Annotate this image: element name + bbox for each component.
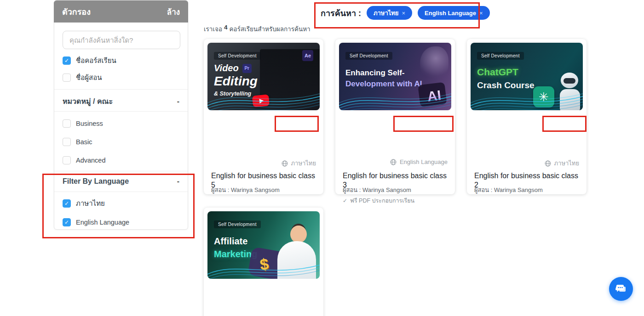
language-badge: ภาษาไทย [545,158,579,168]
checkbox-label: ภาษาไทย [76,198,105,209]
checkbox-label: Advanced [76,157,106,164]
checkbox-english-language[interactable]: English Language [63,218,129,227]
chat-icon [615,283,627,295]
globe-icon [390,159,397,165]
course-instructor: ผู้สอน : Warinya Sangsom [474,185,543,195]
divider [54,89,188,90]
search-chip-thai[interactable]: ภาษาไทย × [367,6,412,20]
thumb-title-line1: ChatGPT [477,67,518,78]
chip-label: English Language [425,10,476,17]
checkbox-label: ชื่อผู้สอน [76,72,102,83]
active-search-bar: การค้นหา : ภาษาไทย × English Language × [321,6,490,20]
course-card[interactable]: Self Development Enhancing Self- Develop… [335,39,455,194]
section-filter-by-language: Filter By Language - [54,177,188,186]
category-tag: Self Development [345,52,392,60]
course-card[interactable]: Self Development Affiliate Marketing $ E… [204,208,323,316]
course-card[interactable]: Self Development ChatGPT Crash Course ภา… [467,39,586,194]
checkbox-course-name[interactable]: ชื่อคอร์สเรียน [63,56,116,65]
language-badge: English Language [390,158,448,165]
results-prefix: เราเจอ [204,24,222,34]
course-thumbnail: Self Development Enhancing Self- Develop… [339,43,451,110]
checkbox-icon[interactable] [63,73,71,82]
checkbox-thai-language[interactable]: ภาษาไทย [63,199,105,208]
checkbox-advanced[interactable]: Advanced [63,156,106,165]
section-title: Filter By Language [63,177,129,186]
checkbox-icon[interactable] [63,56,71,65]
globe-icon [545,160,551,167]
category-tag: Self Development [214,52,261,60]
results-suffix: คอร์สเรียนสำหรับผลการค้นหา [230,24,310,34]
results-count-line: เราเจอ 4 คอร์สเรียนสำหรับผลการค้นหา [204,24,310,34]
course-thumbnail: Self Development Affiliate Marketing $ [207,211,320,279]
page: ตัวกรอง ล้าง ชื่อคอร์สเรียน ชื่อผู้สอน ห… [0,0,644,316]
globe-icon [282,160,288,167]
thumb-title-line1: Affiliate [214,236,247,247]
checkbox-basic[interactable]: Basic [63,137,92,147]
clear-filters-button[interactable]: ล้าง [167,6,180,18]
course-card[interactable]: Self Development Video Pr Editing & Stor… [204,39,323,194]
robot-illustration [420,46,448,80]
wave-pattern [339,85,451,110]
checkbox-icon[interactable] [63,156,71,164]
course-thumbnail: Self Development Video Pr Editing & Stor… [207,43,320,110]
category-tag: Self Development [477,52,524,60]
language-badge-label: English Language [400,158,448,165]
language-badge-label: ภาษาไทย [554,158,579,168]
category-tag: Self Development [214,220,261,228]
results-count: 4 [224,24,228,34]
checkbox-instructor-name[interactable]: ชื่อผู้สอน [63,73,102,82]
filter-search-input[interactable] [63,31,180,49]
thumb-title-line1: Video [214,63,239,73]
search-chip-english[interactable]: English Language × [418,6,490,20]
language-badge: ภาษาไทย [282,158,316,168]
checkbox-icon[interactable] [63,218,71,226]
remove-icon[interactable]: × [479,10,483,17]
filter-panel-header: ตัวกรอง ล้าง [54,0,188,23]
wave-pattern [207,254,320,279]
section-title: หมวดหมู่ / คณะ [63,96,113,107]
checkbox-icon[interactable] [63,199,71,208]
checkbox-label: English Language [76,219,129,226]
course-thumbnail: Self Development ChatGPT Crash Course [471,43,583,110]
chat-button[interactable] [609,277,633,301]
filter-title: ตัวกรอง [62,5,91,18]
section-category: หมวดหมู่ / คณะ - [54,96,188,107]
checkbox-label: Basic [76,138,92,146]
checkbox-label: ชื่อคอร์สเรียน [76,55,116,66]
language-badge-label: ภาษาไทย [291,158,316,168]
aftereffects-icon: Ae [302,50,313,61]
premiere-icon: Pr [242,64,252,73]
filter-panel: ตัวกรอง ล้าง ชื่อคอร์สเรียน ชื่อผู้สอน ห… [54,0,188,230]
course-instructor: ผู้สอน : Warinya Sangsom [211,185,280,195]
course-feature: ✓ ฟรี PDF ประกอบการเรียน [343,196,414,205]
divider [54,111,188,112]
checkbox-business[interactable]: Business [63,119,103,128]
checkbox-icon[interactable] [63,138,71,146]
wave-pattern [471,85,583,110]
remove-icon[interactable]: × [402,10,405,17]
checkbox-label: Business [76,120,103,127]
thumb-title-line1: Enhancing Self- [345,68,404,78]
divider [54,171,188,171]
chip-label: ภาษาไทย [374,8,398,18]
wave-pattern [207,85,320,110]
course-feature-label: ฟรี PDF ประกอบการเรียน [350,196,414,205]
collapse-icon[interactable]: - [177,177,179,186]
checkbox-icon[interactable] [63,119,71,128]
check-icon: ✓ [343,198,347,204]
search-summary-label: การค้นหา : [321,6,361,20]
divider [54,192,188,192]
collapse-icon[interactable]: - [177,97,179,106]
course-instructor: ผู้สอน : Warinya Sangsom [343,185,411,195]
